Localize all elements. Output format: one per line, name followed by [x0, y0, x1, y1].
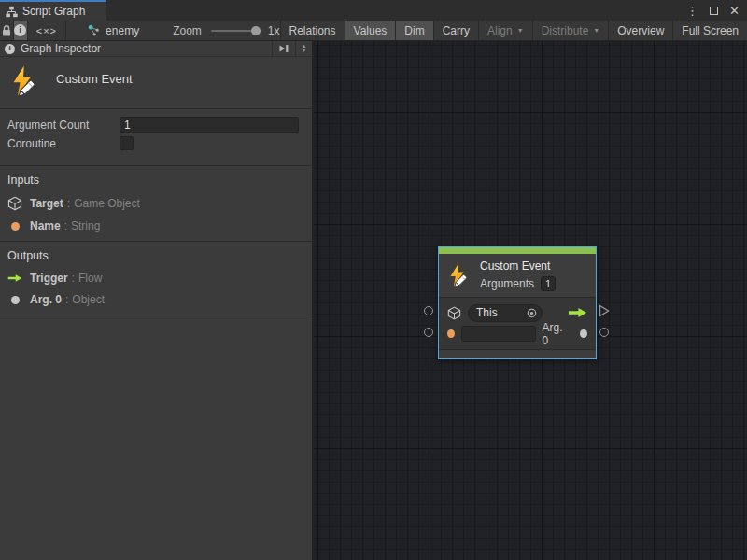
- custom-event-icon: [447, 263, 472, 287]
- outputs-heading: Outputs: [7, 249, 304, 262]
- string-port-icon: [447, 329, 455, 338]
- inspector-toggle-button[interactable]: i: [13, 21, 29, 40]
- target-port-row: This: [447, 303, 587, 322]
- arg0-label: Arg. 0: [543, 321, 568, 347]
- inputs-section: Inputs Target : Game Object Name : Strin…: [0, 174, 312, 242]
- input-row-target: Target : Game Object: [7, 196, 304, 211]
- coroutine-label: Coroutine: [7, 137, 120, 150]
- distribute-button[interactable]: Distribute▼: [533, 21, 610, 40]
- node-header: Custom Event Arguments: [439, 254, 596, 298]
- object-picker-icon[interactable]: [527, 308, 537, 318]
- event-color-bar: [439, 247, 596, 254]
- code-icon: <×>: [36, 25, 57, 36]
- inputs-heading: Inputs: [7, 174, 304, 187]
- unity-script-graph-window: Script Graph ⋮ ✕ i <×>: [0, 0, 747, 560]
- custom-event-icon: [9, 65, 41, 97]
- inspector-title: Graph Inspector: [21, 42, 101, 55]
- inspector-titlebar: i Graph Inspector ▲ ▼: [0, 41, 312, 57]
- close-icon[interactable]: ✕: [729, 5, 740, 17]
- argument-count-row: Argument Count: [7, 117, 299, 133]
- flow-arrow-icon: [568, 307, 587, 318]
- full-screen-button[interactable]: Full Screen: [673, 21, 747, 40]
- custom-event-node[interactable]: Custom Event Arguments This: [438, 246, 597, 359]
- carry-button[interactable]: Carry: [434, 21, 479, 40]
- dropdown-arrow-icon: ▼: [593, 27, 599, 34]
- output-port-trigger[interactable]: [599, 304, 610, 317]
- script-graph-icon: [6, 6, 18, 18]
- event-title: Custom Event: [56, 72, 133, 86]
- string-port-icon: [11, 222, 20, 231]
- arguments-label: Arguments: [480, 277, 534, 290]
- target-value: This: [476, 306, 498, 319]
- target-object-picker[interactable]: This: [468, 304, 543, 322]
- name-port-row: Arg. 0: [447, 325, 587, 343]
- object-port-icon: [11, 296, 20, 304]
- lock-icon: [1, 24, 12, 37]
- outputs-section: Outputs Trigger : Flow Arg. 0 : Object: [0, 249, 312, 315]
- input-row-name: Name : String: [7, 219, 304, 232]
- graph-inspector-panel: i Graph Inspector ▲ ▼: [0, 41, 314, 560]
- node-body: This: [439, 298, 596, 350]
- dock-panel-button[interactable]: [272, 41, 296, 56]
- game-object-cube-icon: [7, 196, 22, 211]
- game-object-cube-icon: [447, 306, 461, 320]
- window-controls: ⋮ ✕: [686, 0, 740, 21]
- zoom-slider[interactable]: [211, 30, 261, 32]
- dock-icon: [278, 43, 289, 54]
- input-port-name[interactable]: [424, 328, 433, 337]
- event-settings-section: Argument Count Coroutine: [0, 109, 312, 166]
- argument-count-input[interactable]: [120, 117, 299, 133]
- coroutine-row: Coroutine: [7, 135, 299, 151]
- values-button[interactable]: Values: [345, 21, 397, 40]
- info-icon: i: [5, 44, 15, 54]
- event-header: Custom Event: [0, 57, 312, 109]
- graph-name: enemy: [106, 24, 139, 37]
- event-name-input[interactable]: [461, 326, 536, 342]
- zoom-value: 1x: [268, 21, 280, 40]
- graph-canvas[interactable]: Custom Event Arguments This: [314, 41, 747, 560]
- panel-scroll-spinner[interactable]: ▲ ▼: [296, 41, 312, 56]
- graph-breadcrumb[interactable]: enemy: [88, 21, 139, 40]
- dropdown-arrow-icon: ▼: [517, 27, 524, 34]
- output-port-arg0[interactable]: [599, 328, 609, 337]
- object-port-icon: [580, 329, 587, 338]
- overview-button[interactable]: Overview: [609, 21, 673, 40]
- trigger-port-icon: [599, 304, 610, 317]
- lock-button[interactable]: [0, 21, 13, 40]
- dim-button[interactable]: Dim: [396, 21, 433, 40]
- relations-button[interactable]: Relations: [281, 21, 345, 40]
- spinner-down-icon[interactable]: ▼: [302, 49, 307, 53]
- tab-title: Script Graph: [22, 5, 85, 18]
- zoom-label: Zoom: [173, 21, 202, 40]
- flow-arrow-icon: [7, 273, 22, 283]
- node-footer: [439, 350, 596, 358]
- graph-asset-icon: [88, 24, 100, 36]
- coroutine-checkbox[interactable]: [120, 136, 134, 150]
- node-title: Custom Event: [480, 259, 556, 273]
- align-button[interactable]: Align▼: [479, 21, 533, 40]
- window-titlebar: Script Graph ⋮ ✕: [0, 0, 747, 21]
- graph-toolbar: i <×> enemy Zoom 1x Relations Values Dim…: [0, 21, 747, 41]
- tab-script-graph[interactable]: Script Graph: [0, 0, 106, 21]
- argument-count-label: Argument Count: [7, 119, 120, 132]
- toolbar-separator: [65, 21, 66, 40]
- window-menu-icon[interactable]: ⋮: [686, 5, 698, 17]
- toolbar-buttons: Relations Values Dim Carry Align▼ Distri…: [280, 21, 747, 40]
- output-row-trigger: Trigger : Flow: [7, 272, 304, 285]
- arguments-count-input[interactable]: [541, 276, 556, 291]
- input-port-flow[interactable]: [424, 306, 433, 315]
- info-icon: i: [14, 24, 26, 36]
- output-row-arg0: Arg. 0 : Object: [7, 293, 304, 306]
- code-preview-button[interactable]: <×>: [28, 21, 64, 40]
- maximize-icon[interactable]: [710, 7, 718, 15]
- zoom-slider-handle[interactable]: [251, 26, 261, 35]
